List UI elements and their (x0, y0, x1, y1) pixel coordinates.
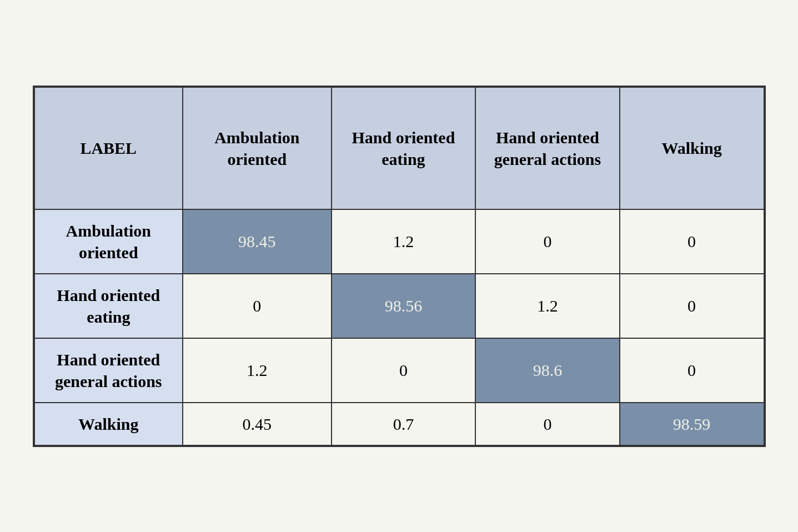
cell-0-2: 0 (475, 209, 620, 274)
confusion-matrix-table: LABEL Ambulation oriented Hand oriented … (34, 87, 765, 446)
col-header-4: Walking (620, 87, 764, 209)
table-row: Ambulation oriented98.451.200 (34, 209, 764, 274)
row-label-2: Hand oriented general actions (34, 338, 183, 403)
cell-1-0: 0 (183, 274, 332, 338)
row-label-0: Ambulation oriented (34, 209, 183, 274)
table-row: Hand oriented general actions1.2098.60 (34, 338, 764, 403)
col-header-3: Hand oriented general actions (475, 87, 620, 209)
cell-2-1: 0 (332, 338, 476, 403)
cell-2-2: 98.6 (475, 338, 620, 403)
cell-0-1: 1.2 (332, 209, 476, 274)
table-row: Hand oriented eating098.561.20 (34, 274, 764, 338)
row-label-3: Walking (34, 403, 183, 445)
cell-2-0: 1.2 (183, 338, 332, 403)
cell-3-1: 0.7 (332, 403, 476, 445)
cell-1-2: 1.2 (475, 274, 620, 338)
cell-2-3: 0 (620, 338, 764, 403)
col-header-1: Ambulation oriented (183, 87, 332, 209)
cell-0-0: 98.45 (183, 209, 332, 274)
cell-3-2: 0 (475, 403, 620, 445)
cell-3-0: 0.45 (183, 403, 332, 445)
label-header: LABEL (34, 87, 183, 209)
row-label-1: Hand oriented eating (34, 274, 183, 338)
table-row: Walking0.450.7098.59 (34, 403, 764, 445)
cell-3-3: 98.59 (620, 403, 764, 445)
cell-1-1: 98.56 (332, 274, 476, 338)
col-header-2: Hand oriented eating (332, 87, 476, 209)
cell-1-3: 0 (620, 274, 764, 338)
cell-0-3: 0 (620, 209, 764, 274)
confusion-matrix-container: LABEL Ambulation oriented Hand oriented … (33, 86, 766, 447)
